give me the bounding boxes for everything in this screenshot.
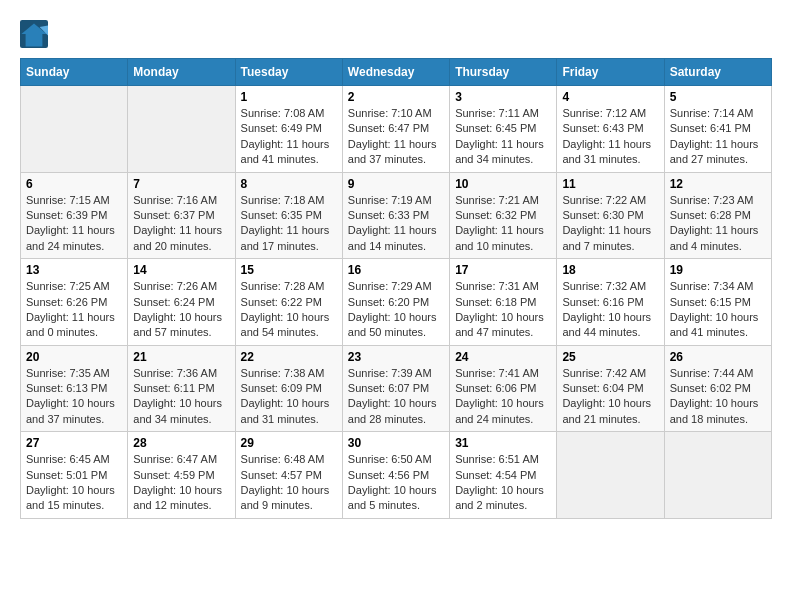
calendar-cell: 2Sunrise: 7:10 AM Sunset: 6:47 PM Daylig… [342,86,449,173]
calendar-cell: 13Sunrise: 7:25 AM Sunset: 6:26 PM Dayli… [21,259,128,346]
day-info: Sunrise: 7:10 AM Sunset: 6:47 PM Dayligh… [348,106,444,168]
day-number: 14 [133,263,229,277]
day-info: Sunrise: 7:41 AM Sunset: 6:06 PM Dayligh… [455,366,551,428]
day-info: Sunrise: 7:39 AM Sunset: 6:07 PM Dayligh… [348,366,444,428]
page-header [20,20,772,48]
calendar-cell: 19Sunrise: 7:34 AM Sunset: 6:15 PM Dayli… [664,259,771,346]
day-info: Sunrise: 7:21 AM Sunset: 6:32 PM Dayligh… [455,193,551,255]
day-info: Sunrise: 6:50 AM Sunset: 4:56 PM Dayligh… [348,452,444,514]
calendar-cell: 30Sunrise: 6:50 AM Sunset: 4:56 PM Dayli… [342,432,449,519]
day-info: Sunrise: 7:15 AM Sunset: 6:39 PM Dayligh… [26,193,122,255]
weekday-header-saturday: Saturday [664,59,771,86]
day-info: Sunrise: 7:11 AM Sunset: 6:45 PM Dayligh… [455,106,551,168]
day-number: 6 [26,177,122,191]
calendar-cell: 20Sunrise: 7:35 AM Sunset: 6:13 PM Dayli… [21,345,128,432]
calendar-cell: 7Sunrise: 7:16 AM Sunset: 6:37 PM Daylig… [128,172,235,259]
logo-icon [20,20,48,48]
day-number: 13 [26,263,122,277]
day-info: Sunrise: 6:51 AM Sunset: 4:54 PM Dayligh… [455,452,551,514]
calendar-cell: 15Sunrise: 7:28 AM Sunset: 6:22 PM Dayli… [235,259,342,346]
calendar-cell: 22Sunrise: 7:38 AM Sunset: 6:09 PM Dayli… [235,345,342,432]
day-number: 26 [670,350,766,364]
calendar-cell: 11Sunrise: 7:22 AM Sunset: 6:30 PM Dayli… [557,172,664,259]
day-number: 17 [455,263,551,277]
day-info: Sunrise: 7:25 AM Sunset: 6:26 PM Dayligh… [26,279,122,341]
logo [20,20,52,48]
day-number: 25 [562,350,658,364]
weekday-header-tuesday: Tuesday [235,59,342,86]
calendar-cell: 26Sunrise: 7:44 AM Sunset: 6:02 PM Dayli… [664,345,771,432]
day-number: 12 [670,177,766,191]
day-info: Sunrise: 7:16 AM Sunset: 6:37 PM Dayligh… [133,193,229,255]
calendar-cell: 6Sunrise: 7:15 AM Sunset: 6:39 PM Daylig… [21,172,128,259]
calendar-cell: 4Sunrise: 7:12 AM Sunset: 6:43 PM Daylig… [557,86,664,173]
day-info: Sunrise: 7:08 AM Sunset: 6:49 PM Dayligh… [241,106,337,168]
day-info: Sunrise: 6:48 AM Sunset: 4:57 PM Dayligh… [241,452,337,514]
day-number: 11 [562,177,658,191]
day-number: 8 [241,177,337,191]
day-info: Sunrise: 7:44 AM Sunset: 6:02 PM Dayligh… [670,366,766,428]
day-info: Sunrise: 7:26 AM Sunset: 6:24 PM Dayligh… [133,279,229,341]
day-info: Sunrise: 7:14 AM Sunset: 6:41 PM Dayligh… [670,106,766,168]
weekday-header-thursday: Thursday [450,59,557,86]
day-number: 10 [455,177,551,191]
calendar-cell: 28Sunrise: 6:47 AM Sunset: 4:59 PM Dayli… [128,432,235,519]
day-number: 1 [241,90,337,104]
day-info: Sunrise: 7:22 AM Sunset: 6:30 PM Dayligh… [562,193,658,255]
calendar-cell: 25Sunrise: 7:42 AM Sunset: 6:04 PM Dayli… [557,345,664,432]
day-info: Sunrise: 7:38 AM Sunset: 6:09 PM Dayligh… [241,366,337,428]
day-number: 31 [455,436,551,450]
calendar-cell: 5Sunrise: 7:14 AM Sunset: 6:41 PM Daylig… [664,86,771,173]
calendar-cell: 27Sunrise: 6:45 AM Sunset: 5:01 PM Dayli… [21,432,128,519]
day-info: Sunrise: 6:45 AM Sunset: 5:01 PM Dayligh… [26,452,122,514]
day-info: Sunrise: 6:47 AM Sunset: 4:59 PM Dayligh… [133,452,229,514]
calendar-cell [128,86,235,173]
day-info: Sunrise: 7:29 AM Sunset: 6:20 PM Dayligh… [348,279,444,341]
day-number: 19 [670,263,766,277]
calendar-cell: 23Sunrise: 7:39 AM Sunset: 6:07 PM Dayli… [342,345,449,432]
weekday-header-monday: Monday [128,59,235,86]
calendar-table: SundayMondayTuesdayWednesdayThursdayFrid… [20,58,772,519]
calendar-header: SundayMondayTuesdayWednesdayThursdayFrid… [21,59,772,86]
day-info: Sunrise: 7:18 AM Sunset: 6:35 PM Dayligh… [241,193,337,255]
day-number: 18 [562,263,658,277]
day-number: 21 [133,350,229,364]
calendar-cell: 16Sunrise: 7:29 AM Sunset: 6:20 PM Dayli… [342,259,449,346]
calendar-cell: 10Sunrise: 7:21 AM Sunset: 6:32 PM Dayli… [450,172,557,259]
calendar-week-5: 27Sunrise: 6:45 AM Sunset: 5:01 PM Dayli… [21,432,772,519]
day-number: 3 [455,90,551,104]
day-info: Sunrise: 7:23 AM Sunset: 6:28 PM Dayligh… [670,193,766,255]
calendar-cell: 21Sunrise: 7:36 AM Sunset: 6:11 PM Dayli… [128,345,235,432]
day-number: 24 [455,350,551,364]
day-number: 29 [241,436,337,450]
day-number: 23 [348,350,444,364]
day-info: Sunrise: 7:19 AM Sunset: 6:33 PM Dayligh… [348,193,444,255]
calendar-cell: 14Sunrise: 7:26 AM Sunset: 6:24 PM Dayli… [128,259,235,346]
day-info: Sunrise: 7:35 AM Sunset: 6:13 PM Dayligh… [26,366,122,428]
day-number: 20 [26,350,122,364]
calendar-week-3: 13Sunrise: 7:25 AM Sunset: 6:26 PM Dayli… [21,259,772,346]
day-info: Sunrise: 7:31 AM Sunset: 6:18 PM Dayligh… [455,279,551,341]
day-number: 16 [348,263,444,277]
calendar-cell: 24Sunrise: 7:41 AM Sunset: 6:06 PM Dayli… [450,345,557,432]
day-info: Sunrise: 7:12 AM Sunset: 6:43 PM Dayligh… [562,106,658,168]
weekday-header-sunday: Sunday [21,59,128,86]
day-number: 7 [133,177,229,191]
calendar-week-4: 20Sunrise: 7:35 AM Sunset: 6:13 PM Dayli… [21,345,772,432]
day-info: Sunrise: 7:34 AM Sunset: 6:15 PM Dayligh… [670,279,766,341]
day-info: Sunrise: 7:32 AM Sunset: 6:16 PM Dayligh… [562,279,658,341]
day-number: 5 [670,90,766,104]
day-number: 15 [241,263,337,277]
calendar-cell: 3Sunrise: 7:11 AM Sunset: 6:45 PM Daylig… [450,86,557,173]
weekday-header-friday: Friday [557,59,664,86]
day-info: Sunrise: 7:28 AM Sunset: 6:22 PM Dayligh… [241,279,337,341]
calendar-cell [21,86,128,173]
day-number: 9 [348,177,444,191]
day-info: Sunrise: 7:42 AM Sunset: 6:04 PM Dayligh… [562,366,658,428]
calendar-cell: 12Sunrise: 7:23 AM Sunset: 6:28 PM Dayli… [664,172,771,259]
calendar-week-1: 1Sunrise: 7:08 AM Sunset: 6:49 PM Daylig… [21,86,772,173]
day-number: 4 [562,90,658,104]
calendar-cell: 17Sunrise: 7:31 AM Sunset: 6:18 PM Dayli… [450,259,557,346]
day-number: 22 [241,350,337,364]
calendar-cell: 8Sunrise: 7:18 AM Sunset: 6:35 PM Daylig… [235,172,342,259]
